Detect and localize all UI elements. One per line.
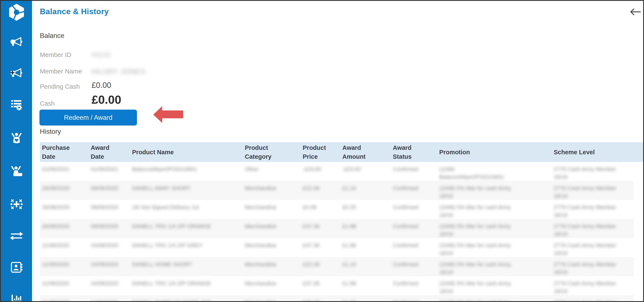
cell-award-amount: £1.88 — [340, 276, 391, 295]
cell-award-date: 09/09/2020 — [88, 219, 130, 238]
back-arrow-icon[interactable] — [630, 8, 641, 16]
table-row[interactable]: 01/06/2021 01/06/2021 BalanceWipeOP20210… — [40, 162, 634, 181]
cell-product-name: DANELL HOME SHORT — [130, 257, 243, 276]
table-row[interactable]: 01/08/2020 14/08/2020 DANELL THIRD GK SH… — [40, 295, 634, 302]
col-award-date: Award Date — [88, 142, 130, 162]
reports-chart-icon[interactable] — [1, 291, 32, 301]
snowflake-cluster-icon[interactable] — [1, 198, 32, 210]
cell-award-status: Confirmed — [391, 276, 437, 295]
cash-label: Cash — [40, 100, 55, 107]
cell-award-status: Confirmed — [391, 257, 437, 276]
cell-product-price: £22.06 — [300, 257, 340, 276]
cell-award-date: 24/08/2020 — [88, 257, 130, 276]
cell-product-category: Merchandise — [243, 181, 300, 200]
member-loyalty-icon[interactable] — [1, 132, 32, 144]
cell-award-status: Confirmed — [391, 295, 437, 302]
cell-purchase-date: 11/08/2020 — [40, 238, 88, 257]
table-row[interactable]: 26/08/2020 09/09/2020 UK Not Signed Deli… — [40, 200, 634, 219]
cell-product-category: Merchandise — [243, 238, 300, 257]
history-table-body: 01/06/2021 01/06/2021 BalanceWipeOP20210… — [40, 162, 634, 302]
cell-purchase-date: 26/08/2020 — [40, 181, 88, 200]
cell-scheme-level: 2776 Cash Army Member 18/19 — [552, 219, 634, 238]
balance-heading: Balance — [40, 32, 64, 40]
member-id-label: Member ID — [40, 51, 71, 58]
cell-award-date: 09/09/2020 — [88, 181, 130, 200]
cell-product-category: Merchandise — [243, 219, 300, 238]
cell-product-price: £37.36 — [300, 238, 340, 257]
cell-product-category: Merchandise — [243, 257, 300, 276]
cell-product-price: £4.99 — [300, 200, 340, 219]
col-promotion: Promotion — [437, 142, 552, 162]
member-name-value: HILARY JONES — [92, 68, 146, 76]
cell-award-status: Confirmed — [391, 200, 437, 219]
cell-award-amount: £1.88 — [340, 219, 391, 238]
cell-award-status: Confirmed — [391, 238, 437, 257]
cell-promotion: (1048) 5% Mar for cash Army 18/19 — [437, 257, 552, 276]
cell-scheme-level: 2776 Cash Army Member 18/19 — [552, 257, 634, 276]
table-row[interactable]: 11/08/2020 24/08/2020 DANELL TRG 1/4 ZIP… — [40, 276, 634, 295]
cell-award-date: 01/06/2021 — [88, 162, 130, 181]
red-pointer-arrow-icon — [153, 106, 183, 124]
cell-promotion: (1048) 5% Mar for cash Army 18/19 — [437, 295, 552, 302]
redeem-desk-icon[interactable] — [1, 166, 32, 178]
col-purchase-date: Purchase Date — [40, 142, 88, 162]
member-name-label: Member Name — [40, 68, 82, 75]
app-window: Balance & History Balance Member ID 4314… — [0, 0, 644, 302]
cell-award-amount: £0.25 — [340, 200, 391, 219]
table-row[interactable]: 11/08/2020 24/08/2020 DANELL TRG 1/4 ZIP… — [40, 238, 634, 257]
col-product-name: Product Name — [130, 142, 243, 162]
page-title: Balance & History — [40, 7, 109, 16]
cell-purchase-date: 01/06/2021 — [40, 162, 88, 181]
cell-product-name: DANELL AWAY SHORT — [130, 181, 243, 200]
cell-award-amount: £1.10 — [340, 257, 391, 276]
col-product-category: Product Category — [243, 142, 300, 162]
cell-purchase-date: 26/08/2020 — [40, 200, 88, 219]
sidebar — [1, 1, 32, 301]
table-row[interactable]: 11/08/2020 24/08/2020 DANELL HOME SHORT … — [40, 257, 634, 276]
pending-cash-value: £0.00 — [92, 81, 111, 90]
member-id-value: 43141 — [92, 51, 111, 58]
cell-purchase-date: 11/08/2020 — [40, 257, 88, 276]
cell-award-date: 09/09/2020 — [88, 200, 130, 219]
cell-promotion: (1048) 5% Mar for cash Army 18/19 — [437, 276, 552, 295]
redeem-award-button[interactable]: Redeem / Award — [40, 110, 137, 126]
cell-product-price: £26.46 — [300, 295, 340, 302]
cell-purchase-date: 01/08/2020 — [40, 295, 88, 302]
cell-scheme-level: 2776 Cash Army Member 18/19 — [552, 276, 634, 295]
cell-product-name: DANELL TRG 1/4 ZIP ORANGE — [130, 276, 243, 295]
transactions-swap-icon[interactable] — [1, 231, 32, 241]
cell-product-name: DANELL THIRD GK SHIRT JNR — [130, 295, 243, 302]
announcement-icon[interactable] — [1, 36, 32, 48]
history-heading: History — [40, 128, 61, 136]
cell-scheme-level: 2776 Cash Army Member 18/19 — [552, 162, 634, 181]
cell-product-category: Other — [243, 162, 300, 181]
app-logo-icon[interactable] — [1, 3, 32, 21]
cell-product-price: -£23.82 — [300, 162, 340, 181]
cell-award-amount: £1.88 — [340, 238, 391, 257]
table-row[interactable]: 26/08/2020 09/09/2020 DANELL AWAY SHORT … — [40, 181, 634, 200]
cell-award-amount: £1.32 — [340, 295, 391, 302]
cell-product-name: DANELL TRG 1/4 ZIP GREY — [130, 238, 243, 257]
cell-product-price: £37.36 — [300, 219, 340, 238]
cell-product-price: £37.36 — [300, 276, 340, 295]
cell-scheme-level: 2776 Cash Army Member 18/19 — [552, 295, 634, 302]
table-row[interactable]: 26/08/2020 09/09/2020 DANELL TRG 1/4 ZIP… — [40, 219, 634, 238]
cell-promotion: (1048) 5% Mar for cash Army 18/19 — [437, 200, 552, 219]
cell-promotion: (1048) 5% Mar for cash Army 18/19 — [437, 238, 552, 257]
pending-cash-label: Pending Cash — [40, 83, 80, 90]
cell-award-date: 24/08/2020 — [88, 238, 130, 257]
cell-product-price: £22.06 — [300, 181, 340, 200]
campaign-list-settings-icon[interactable] — [1, 99, 32, 111]
cell-award-amount: £1.10 — [340, 181, 391, 200]
col-award-amount: Award Amount — [340, 142, 391, 162]
cell-promotion: (1198) BalanceWipeOP20210601 — [437, 162, 552, 181]
col-scheme-level: Scheme Level — [552, 142, 644, 162]
cell-promotion: (1048) 5% Mar for cash Army 18/19 — [437, 181, 552, 200]
cell-award-status: Confirmed — [391, 162, 437, 181]
cell-product-category: Merchandise — [243, 276, 300, 295]
history-table-header: Purchase Date Award Date Product Name Pr… — [40, 142, 644, 162]
contacts-book-icon[interactable] — [1, 261, 32, 274]
cell-product-name: UK Not Signed Delivery 1st — [130, 200, 243, 219]
add-announcement-icon[interactable] — [1, 67, 32, 79]
cell-award-status: Confirmed — [391, 181, 437, 200]
